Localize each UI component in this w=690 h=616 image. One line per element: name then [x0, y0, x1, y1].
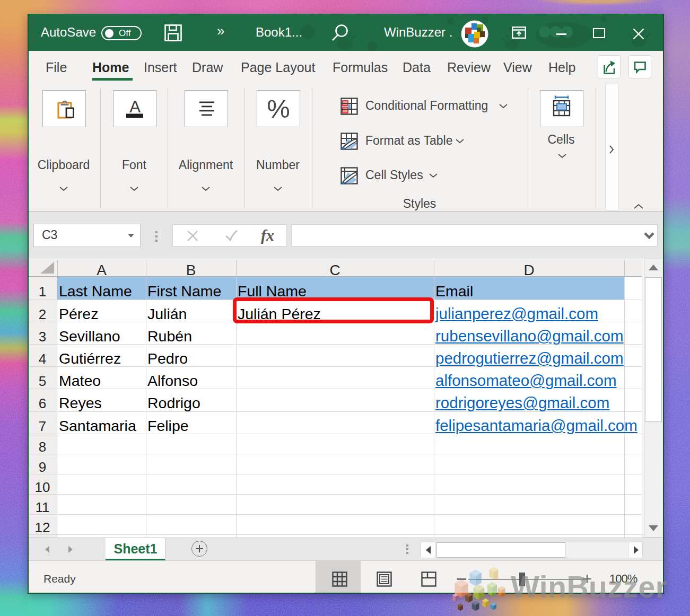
svg-text:%: % — [267, 94, 290, 123]
svg-text:A: A — [129, 98, 141, 116]
svg-text:WinBuzzer: WinBuzzer — [511, 570, 667, 604]
